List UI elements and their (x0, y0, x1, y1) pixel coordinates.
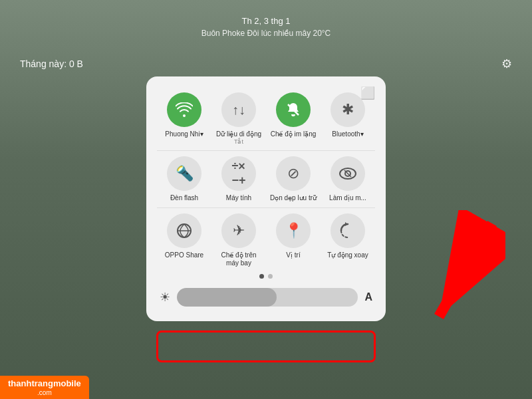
dot-2[interactable] (268, 274, 273, 279)
brand-sub: .com (8, 389, 81, 396)
brand-name: thanhtrangmobile (8, 378, 81, 389)
tile-oppo-share[interactable]: OPPO Share (160, 213, 208, 267)
mobile-data-sublabel: Tắt (234, 138, 243, 145)
oppo-share-icon (167, 213, 201, 248)
brightness-track[interactable] (177, 288, 358, 307)
auto-rotate-icon (331, 213, 365, 248)
bluetooth-label: Bluetooth▾ (332, 130, 363, 138)
brightness-fill (177, 288, 277, 307)
tile-calculator[interactable]: ÷×−+ Máy tính (215, 156, 263, 202)
divider-1 (157, 150, 375, 151)
tile-silent[interactable]: Chế độ im lặng (269, 92, 317, 145)
silent-label: Chế độ im lặng (271, 130, 317, 138)
edit-icon[interactable]: ⬜ (360, 86, 375, 100)
tile-flashlight[interactable]: 🔦 Đèn flash (160, 156, 208, 202)
brightness-bar-row: ☀ A (157, 284, 375, 311)
status-weather: Buôn Phoke Đôi lúc nhiều mây 20°C (201, 29, 331, 38)
airplane-icon: ✈ (221, 213, 256, 248)
divider-2 (157, 207, 375, 208)
status-date: Th 2, 3 thg 1 (242, 16, 291, 26)
airplane-label: Chế độ trên máy bay (215, 251, 263, 267)
flashlight-icon: 🔦 (167, 156, 201, 191)
brand-bar: thanhtrangmobile .com (0, 376, 89, 399)
oppo-share-label: OPPO Share (165, 251, 203, 259)
silent-icon (276, 92, 311, 127)
tile-row-2: 🔦 Đèn flash ÷×−+ Máy tính ⊘ Dọn dẹp lưu … (157, 156, 375, 202)
tile-wifi[interactable]: Phuong Nhi▾ (160, 92, 208, 145)
tile-cleanup[interactable]: ⊘ Dọn dẹp lưu trữ (269, 156, 317, 202)
status-bar: Th 2, 3 thg 1 Buôn Phoke Đôi lúc nhiều m… (0, 0, 532, 53)
auto-brightness-label[interactable]: A (364, 291, 372, 303)
mobile-data-icon: ↑↓ (221, 92, 256, 127)
eye-comfort-label: Làm dịu m... (329, 194, 366, 202)
tile-row-1: Phuong Nhi▾ ↑↓ Dữ liệu di động Tắt Chế đ… (157, 92, 375, 145)
flashlight-label: Đèn flash (170, 194, 198, 202)
calculator-icon: ÷×−+ (221, 156, 256, 191)
mobile-data-label: Dữ liệu di động (216, 130, 261, 138)
tile-row-3: OPPO Share ✈ Chế độ trên máy bay 📍 Vị tr… (157, 213, 375, 267)
cleanup-label: Dọn dẹp lưu trữ (270, 194, 317, 202)
dot-1[interactable] (259, 274, 264, 279)
quick-settings-panel: ⬜ Phuong Nhi▾ ↑↓ Dữ liệu di động Tắt (146, 76, 386, 321)
wifi-icon (167, 92, 201, 127)
auto-rotate-label: Tự động xoay (327, 251, 368, 259)
eye-comfort-icon (331, 156, 365, 191)
location-label: Vị trí (286, 251, 300, 259)
gear-icon[interactable]: ⚙ (501, 57, 512, 71)
pagination-dots (157, 274, 375, 279)
data-usage-row: Tháng này: 0 B ⚙ (0, 57, 532, 71)
brightness-icon: ☀ (160, 290, 170, 305)
location-icon: 📍 (276, 213, 311, 248)
data-usage-text: Tháng này: 0 B (20, 59, 83, 69)
wifi-label: Phuong Nhi▾ (165, 130, 203, 138)
cleanup-icon: ⊘ (276, 156, 311, 191)
tile-auto-rotate[interactable]: Tự động xoay (324, 213, 372, 267)
tile-airplane[interactable]: ✈ Chế độ trên máy bay (215, 213, 263, 267)
tile-eye-comfort[interactable]: Làm dịu m... (324, 156, 372, 202)
calculator-label: Máy tính (226, 194, 251, 202)
tile-mobile-data[interactable]: ↑↓ Dữ liệu di động Tắt (215, 92, 263, 145)
tile-location[interactable]: 📍 Vị trí (269, 213, 317, 267)
